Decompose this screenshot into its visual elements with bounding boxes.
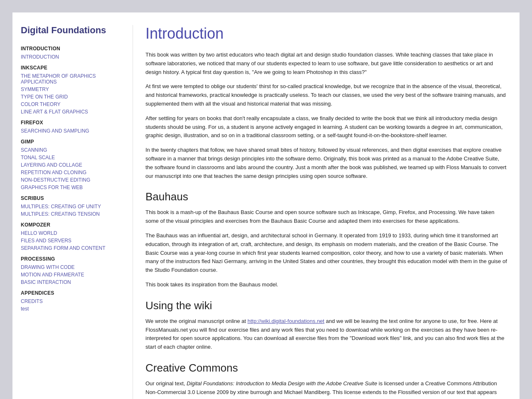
nav-link[interactable]: LAYERING AND COLLAGE — [21, 161, 124, 169]
cc-heading: Creative Commons — [145, 362, 507, 374]
intro-paragraph: At first we were tempted to oblige our s… — [145, 82, 507, 108]
nav-link[interactable]: THE METAPHOR OF GRAPHICS APPLICATIONS — [21, 72, 124, 86]
page-container: Digital Foundations INTRODUCTIONINTRODUC… — [12, 12, 520, 399]
nav-section-header: PROCESSING — [21, 256, 124, 262]
sidebar-title: Digital Foundations — [21, 25, 124, 36]
bauhaus-paragraph: This book takes its inspiration from the… — [145, 281, 507, 289]
cc-italic: Digital Foundations: Introduction to Med… — [187, 380, 377, 387]
nav-section-header: KOMPOZER — [21, 222, 124, 228]
intro-paragraph: After settling for years on books that d… — [145, 114, 507, 140]
bauhaus-paragraphs: This book is a mash-up of the Bauhaus Ba… — [145, 208, 507, 289]
nav-link[interactable]: LINE ART & FLAT GRAPHICS — [21, 108, 124, 116]
nav-section-header: APPENDICES — [21, 290, 124, 296]
nav-section-header: INTRODUCTION — [21, 46, 124, 52]
nav-link[interactable]: SEPARATING FORM AND CONTENT — [21, 244, 124, 252]
wiki-link[interactable]: http://wiki.digital-foundations.net — [247, 318, 324, 324]
nav-link[interactable]: MULTIPLES: CREATING TENSION — [21, 210, 124, 218]
nav-link[interactable]: CREDITS — [21, 298, 124, 305]
wiki-text-prefix: We wrote the original manuscript online … — [145, 318, 247, 324]
nav-link[interactable]: TYPE ON THE GRID — [21, 93, 124, 101]
intro-paragraphs: This book was written by two artist educ… — [145, 51, 507, 180]
nav-link[interactable]: BASIC INTERACTION — [21, 278, 124, 286]
nav-link[interactable]: NON-DESTRUCTIVE EDITING — [21, 176, 124, 184]
sidebar-nav: INTRODUCTIONINTRODUCTIONINKSCAPETHE META… — [21, 46, 124, 313]
page-title: Introduction — [145, 25, 507, 42]
nav-section-header: SCRIBUS — [21, 195, 124, 201]
cc-paragraph1: Our original text, Digital Foundations: … — [145, 379, 507, 399]
nav-link[interactable]: SCANNING — [21, 146, 124, 154]
nav-section-header: GIMP — [21, 139, 124, 145]
sidebar: Digital Foundations INTRODUCTIONINTRODUC… — [21, 25, 133, 399]
nav-link[interactable]: MULTIPLES: CREATING OF UNITY — [21, 203, 124, 210]
nav-link[interactable]: MOTION AND FRAMERATE — [21, 271, 124, 278]
nav-section-header: INKSCAPE — [21, 65, 124, 71]
nav-link[interactable]: INTRODUCTION — [21, 53, 124, 61]
wiki-paragraph: We wrote the original manuscript online … — [145, 317, 507, 352]
bauhaus-heading: Bauhaus — [145, 190, 507, 203]
nav-link[interactable]: FILES AND SERVERS — [21, 237, 124, 244]
intro-paragraph: In the twenty chapters that follow, we h… — [145, 146, 507, 180]
main-content: Introduction This book was written by tw… — [133, 25, 507, 399]
nav-link[interactable]: HELLO WORLD — [21, 229, 124, 237]
nav-link[interactable]: test — [21, 305, 124, 313]
bauhaus-paragraph: The Bauhaus was an influential art, desi… — [145, 232, 507, 275]
wiki-heading: Using the wiki — [145, 299, 507, 312]
nav-section-header: FIREFOX — [21, 120, 124, 126]
nav-link[interactable]: TONAL SCALE — [21, 154, 124, 161]
intro-paragraph: This book was written by two artist educ… — [145, 51, 507, 76]
nav-link[interactable]: GRAPHICS FOR THE WEB — [21, 184, 124, 191]
nav-link[interactable]: SEARCHING AND SAMPLING — [21, 127, 124, 135]
nav-link[interactable]: DRAWING WITH CODE — [21, 264, 124, 271]
nav-link[interactable]: REPETITION AND CLONING — [21, 169, 124, 176]
cc-p1-prefix: Our original text, — [145, 380, 187, 387]
nav-link[interactable]: COLOR THEORY — [21, 101, 124, 108]
bauhaus-paragraph: This book is a mash-up of the Bauhaus Ba… — [145, 208, 507, 226]
nav-link[interactable]: SYMMETRY — [21, 86, 124, 93]
